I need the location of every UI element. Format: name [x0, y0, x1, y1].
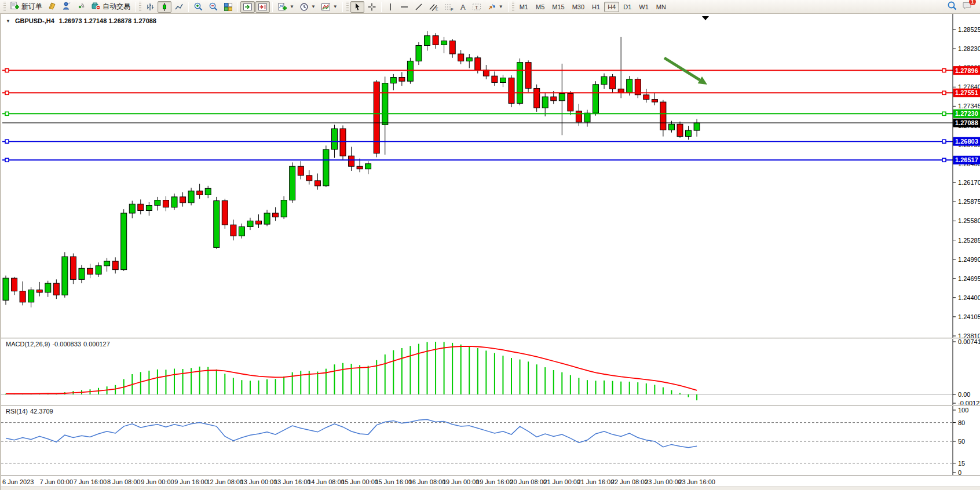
timeframe-w1[interactable]: W1: [635, 2, 652, 12]
cursor-button[interactable]: [350, 1, 364, 13]
svg-text:1.24990: 1.24990: [958, 256, 980, 263]
toolbar-grip[interactable]: [512, 2, 514, 12]
notifications-button[interactable]: 1: [962, 1, 973, 13]
zoom-out-icon: [209, 2, 218, 12]
chart-title: ▼ GBPUSD-,H4 1.26973 1.27148 1.26878 1.2…: [6, 17, 156, 24]
svg-text:0.00: 0.00: [958, 391, 970, 398]
time-axis[interactable]: 6 Jun 20237 Jun 00:007 Jun 16:008 Jun 08…: [1, 476, 980, 487]
svg-text:15: 15: [958, 460, 965, 467]
search-icon: [947, 1, 957, 11]
zoom-in-icon: [193, 2, 203, 12]
panel-divider[interactable]: [1, 475, 980, 476]
separator: [342, 2, 343, 12]
chart-ohlc-values: 1.26973 1.27148 1.26878 1.27088: [59, 17, 156, 24]
clock-icon: [299, 2, 309, 12]
templates-button[interactable]: ▼: [319, 1, 340, 13]
svg-text:1.28230: 1.28230: [958, 45, 980, 52]
rsi-title: RSI(14) 42.3709: [6, 408, 53, 415]
time-axis-label: 16 Jun 08:00: [409, 478, 446, 485]
signals-button[interactable]: [74, 1, 88, 13]
cursor-icon: [353, 2, 362, 12]
timeframe-h1[interactable]: H1: [588, 2, 604, 12]
notification-badge: 1: [969, 0, 976, 5]
time-axis-label: 15 Jun 00:00: [341, 478, 378, 485]
time-axis-label: 15 Jun 16:00: [375, 478, 412, 485]
svg-text:T: T: [475, 4, 478, 10]
rsi-canvas[interactable]: 1008050150: [1, 406, 980, 475]
rsi-label: RSI(14): [6, 408, 28, 415]
search-button[interactable]: [947, 1, 957, 13]
fibonacci-icon: F: [444, 2, 454, 12]
timeframe-m1[interactable]: M1: [516, 2, 532, 12]
chart-window: ▼ GBPUSD-,H4 1.26973 1.27148 1.26878 1.2…: [0, 14, 980, 490]
ledger-button[interactable]: [45, 1, 59, 13]
indicators-button[interactable]: ▼: [275, 1, 297, 13]
new-order-button[interactable]: 新订单: [8, 1, 45, 13]
dropdown-caret-icon: ▼: [333, 4, 338, 9]
timeframe-m30[interactable]: M30: [569, 2, 588, 12]
periods-button[interactable]: ▼: [297, 1, 318, 13]
macd-main-value: -0.000833: [52, 341, 81, 348]
chart-collapse-icon[interactable]: ▼: [6, 19, 10, 24]
channel-button[interactable]: E: [426, 1, 441, 13]
time-axis-label: 22 Jun 08:00: [611, 478, 648, 485]
fibonacci-button[interactable]: F: [441, 1, 456, 13]
channel-icon: E: [429, 2, 438, 12]
time-axis-label: 7 Jun 00:00: [40, 478, 74, 485]
macd-label: MACD(12,26,9): [6, 341, 50, 348]
tile-windows-button[interactable]: [221, 1, 235, 13]
panel-divider[interactable]: [1, 338, 980, 339]
svg-text:1.25875: 1.25875: [958, 198, 980, 205]
svg-text:E: E: [436, 7, 438, 11]
svg-text:1.26803: 1.26803: [955, 138, 978, 145]
label-button[interactable]: T: [470, 1, 484, 13]
time-axis-label: 21 Jun 00:00: [543, 478, 580, 485]
svg-text:1.28525: 1.28525: [958, 26, 980, 33]
toolbar-grip[interactable]: [346, 2, 349, 12]
autotrading-label: 自动交易: [103, 2, 130, 12]
svg-text:1.27230: 1.27230: [955, 110, 978, 117]
horizontal-line-button[interactable]: [397, 1, 411, 13]
separator: [381, 2, 382, 12]
new-order-label: 新订单: [21, 2, 42, 12]
macd-canvas[interactable]: 0.0074120.00-0.001226: [1, 339, 980, 405]
toolbar: 新订单 自动交易: [0, 0, 980, 14]
chart-shift-button[interactable]: [255, 1, 270, 13]
timeframe-d1[interactable]: D1: [620, 2, 635, 12]
zoom-in-button[interactable]: [191, 1, 206, 13]
arrows-button[interactable]: ▼: [485, 1, 506, 13]
timeframe-h4[interactable]: H4: [604, 2, 619, 12]
text-button[interactable]: A: [456, 1, 469, 13]
timeframe-mn[interactable]: MN: [653, 2, 670, 12]
text-icon: A: [459, 2, 467, 12]
toolbar-grip[interactable]: [139, 2, 141, 12]
autotrading-button[interactable]: 自动交易: [89, 1, 133, 13]
ledger-icon: [47, 1, 57, 13]
community-button[interactable]: [60, 1, 74, 13]
toolbar-grip[interactable]: [3, 2, 6, 12]
separator: [237, 2, 238, 12]
candlestick-button[interactable]: [158, 1, 171, 13]
panel-divider[interactable]: [1, 405, 980, 406]
bar-chart-button[interactable]: [143, 1, 157, 13]
price-chart-canvas[interactable]: 1.285251.282301.279351.276401.273451.270…: [1, 14, 980, 338]
timeframe-m5[interactable]: M5: [532, 2, 548, 12]
timeframe-m15[interactable]: M15: [548, 2, 568, 12]
trendline-button[interactable]: [412, 1, 426, 13]
autoscroll-button[interactable]: [240, 1, 255, 13]
crosshair-button[interactable]: [365, 1, 379, 13]
zoom-out-button[interactable]: [206, 1, 221, 13]
arrows-icon: [487, 2, 496, 12]
svg-text:1.26170: 1.26170: [958, 179, 980, 186]
label-icon: T: [472, 2, 482, 12]
line-chart-button[interactable]: [172, 1, 186, 13]
time-axis-label: 14 Jun 08:00: [308, 478, 345, 485]
svg-text:100: 100: [958, 407, 968, 414]
svg-text:1.23810: 1.23810: [958, 332, 980, 338]
time-axis-label: 21 Jun 16:00: [577, 478, 615, 485]
svg-text:1.27345: 1.27345: [958, 103, 980, 109]
person-icon: [62, 1, 71, 13]
time-axis-label: 6 Jun 2023: [2, 478, 34, 485]
time-axis-label: 23 Jun 16:00: [678, 478, 715, 485]
vertical-line-button[interactable]: [384, 1, 397, 13]
